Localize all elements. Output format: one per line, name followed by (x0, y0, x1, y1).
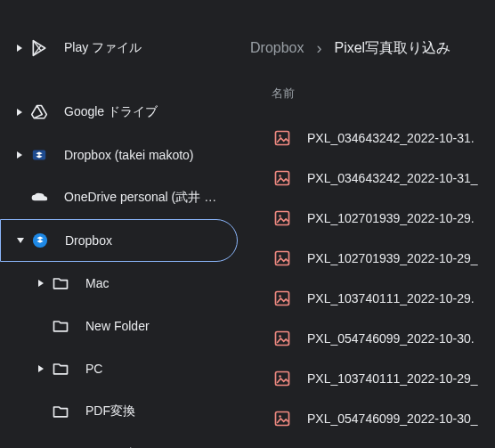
sidebar: Play ファイル Google ドライブ Dropbox (takei mak… (0, 0, 245, 448)
image-icon (273, 209, 291, 227)
sidebar-item-label: New Folder (85, 319, 150, 333)
image-icon (273, 169, 291, 187)
image-icon (273, 370, 291, 387)
sidebar-item-play-files[interactable]: Play ファイル (0, 27, 238, 69)
chevron-right-icon (11, 108, 28, 117)
file-name: PXL_034643242_2022-10-31. (307, 131, 475, 145)
chevron-right-icon: › (316, 39, 321, 58)
sidebar-item-label: Mac (85, 276, 109, 290)
dropbox-icon (28, 144, 50, 166)
sidebar-item-label: PDF変換 (85, 403, 135, 419)
svg-point-9 (279, 215, 281, 217)
play-store-icon (28, 37, 50, 59)
onedrive-icon (28, 187, 50, 208)
image-icon (273, 129, 291, 147)
main-pane: Dropbox › Pixel写真取り込み 名前 PXL_034643242_2… (245, 0, 495, 448)
svg-point-13 (279, 295, 281, 297)
file-name: PXL_034643242_2022-10-31_ (307, 171, 478, 185)
folder-icon (50, 358, 71, 379)
file-row[interactable]: PXL_102701939_2022-10-29. (245, 198, 495, 238)
svg-point-19 (279, 415, 281, 418)
image-icon (273, 289, 291, 307)
image-icon (273, 249, 291, 267)
folder-icon (50, 273, 71, 294)
file-name: PXL_054746099_2022-10-30. (307, 331, 475, 346)
svg-point-11 (279, 255, 281, 257)
file-row[interactable]: PXL_103740111_2022-10-29. (245, 278, 495, 318)
image-icon (273, 330, 291, 347)
chevron-right-icon (32, 364, 50, 373)
file-row[interactable]: PXL_034643242_2022-10-31. (245, 118, 495, 158)
folder-icon (50, 315, 71, 337)
file-row[interactable]: PXL_054746099_2022-10-30. (245, 318, 495, 358)
svg-rect-2 (33, 151, 45, 160)
svg-point-5 (279, 134, 281, 137)
file-list: PXL_034643242_2022-10-31. PXL_034643242_… (245, 118, 495, 438)
sidebar-item-pc[interactable]: PC (0, 347, 238, 390)
chevron-right-icon (32, 279, 50, 288)
sidebar-item-pdf[interactable]: PDF変換 (0, 390, 238, 433)
breadcrumb-current[interactable]: Pixel写真取り込み (334, 39, 450, 58)
breadcrumb-root[interactable]: Dropbox (250, 40, 304, 56)
sidebar-item-dropbox[interactable]: Dropbox (0, 219, 238, 262)
sidebar-item-dropbox-takei[interactable]: Dropbox (takei makoto) (0, 134, 238, 176)
svg-point-7 (279, 175, 281, 177)
file-row[interactable]: PXL_034643242_2022-10-31_ (245, 158, 495, 198)
svg-point-15 (279, 335, 281, 338)
file-name: PXL_103740111_2022-10-29_ (307, 371, 478, 386)
sidebar-item-mac[interactable]: Mac (0, 262, 238, 305)
sidebar-item-onedrive[interactable]: OneDrive personal (武井 … (0, 176, 238, 219)
svg-point-17 (279, 375, 281, 378)
sidebar-item-google-drive[interactable]: Google ドライブ (0, 91, 238, 134)
sidebar-item-pixel-photos[interactable]: Pixel写真 (0, 433, 238, 448)
sidebar-item-label: Dropbox (65, 233, 112, 248)
image-icon (273, 410, 291, 428)
file-name: PXL_102701939_2022-10-29_ (307, 251, 478, 265)
file-row[interactable]: PXL_102701939_2022-10-29_ (245, 238, 495, 278)
chevron-down-icon (12, 236, 29, 245)
sidebar-item-label: Google ドライブ (64, 104, 158, 120)
file-row[interactable]: PXL_103740111_2022-10-29_ (245, 358, 495, 398)
column-header-name[interactable]: 名前 (245, 69, 495, 118)
google-drive-icon (28, 102, 50, 123)
breadcrumb: Dropbox › Pixel写真取り込み (245, 27, 495, 69)
file-row[interactable]: PXL_054746099_2022-10-30_ (245, 398, 495, 438)
file-name: PXL_103740111_2022-10-29. (307, 291, 475, 305)
sidebar-item-label: Play ファイル (64, 40, 142, 56)
sidebar-item-label: OneDrive personal (武井 … (64, 190, 216, 206)
sidebar-item-label: Dropbox (takei makoto) (64, 148, 194, 162)
file-name: PXL_102701939_2022-10-29. (307, 211, 475, 225)
chevron-right-icon (11, 44, 28, 53)
file-name: PXL_054746099_2022-10-30_ (307, 411, 478, 426)
folder-icon (50, 401, 71, 422)
sidebar-item-new-folder[interactable]: New Folder (0, 305, 238, 347)
dropbox-icon (29, 230, 51, 251)
folder-icon (50, 444, 71, 448)
chevron-right-icon (11, 151, 28, 159)
sidebar-item-label: PC (85, 362, 102, 376)
